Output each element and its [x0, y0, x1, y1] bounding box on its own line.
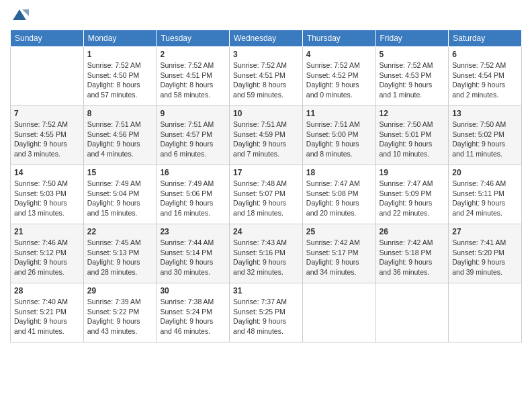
calendar-cell: 9Sunrise: 7:51 AMSunset: 4:57 PMDaylight… — [157, 106, 230, 165]
day-number: 25 — [306, 227, 372, 236]
day-info: Sunrise: 7:51 AMSunset: 5:00 PMDaylight:… — [306, 120, 372, 159]
weekday-header-monday: Monday — [83, 30, 157, 47]
day-number: 28 — [14, 286, 80, 295]
calendar-cell: 30Sunrise: 7:38 AMSunset: 5:24 PMDayligh… — [157, 283, 230, 342]
svg-marker-1 — [22, 9, 29, 16]
day-info: Sunrise: 7:44 AMSunset: 5:14 PMDaylight:… — [160, 238, 226, 277]
calendar-cell: 15Sunrise: 7:49 AMSunset: 5:04 PMDayligh… — [83, 165, 157, 224]
day-number: 29 — [87, 286, 153, 295]
calendar-cell: 11Sunrise: 7:51 AMSunset: 5:00 PMDayligh… — [302, 106, 375, 165]
calendar-cell: 5Sunrise: 7:52 AMSunset: 4:53 PMDaylight… — [375, 47, 449, 106]
calendar-cell: 24Sunrise: 7:43 AMSunset: 5:16 PMDayligh… — [230, 224, 303, 283]
day-info: Sunrise: 7:42 AMSunset: 5:18 PMDaylight:… — [380, 238, 445, 277]
calendar-cell: 1Sunrise: 7:52 AMSunset: 4:50 PMDaylight… — [83, 47, 157, 106]
day-number: 4 — [306, 50, 372, 59]
day-number: 6 — [452, 50, 518, 59]
calendar-cell: 31Sunrise: 7:37 AMSunset: 5:25 PMDayligh… — [230, 283, 303, 342]
day-info: Sunrise: 7:40 AMSunset: 5:21 PMDaylight:… — [14, 297, 80, 336]
calendar-cell — [11, 47, 84, 106]
day-info: Sunrise: 7:50 AMSunset: 5:03 PMDaylight:… — [14, 179, 80, 218]
day-info: Sunrise: 7:41 AMSunset: 5:20 PMDaylight:… — [452, 238, 518, 277]
calendar-cell: 2Sunrise: 7:52 AMSunset: 4:51 PMDaylight… — [157, 47, 230, 106]
page: SundayMondayTuesdayWednesdayThursdayFrid… — [0, 0, 532, 411]
day-info: Sunrise: 7:51 AMSunset: 4:59 PMDaylight:… — [233, 120, 299, 159]
calendar-cell: 18Sunrise: 7:47 AMSunset: 5:08 PMDayligh… — [302, 165, 375, 224]
day-info: Sunrise: 7:52 AMSunset: 4:50 PMDaylight:… — [87, 60, 153, 100]
day-info: Sunrise: 7:51 AMSunset: 4:57 PMDaylight:… — [160, 120, 226, 159]
calendar-table: SundayMondayTuesdayWednesdayThursdayFrid… — [10, 30, 522, 342]
day-number: 12 — [380, 109, 445, 118]
day-number: 13 — [452, 109, 518, 118]
weekday-header-saturday: Saturday — [449, 30, 522, 47]
day-number: 23 — [160, 227, 226, 236]
day-info: Sunrise: 7:50 AMSunset: 5:02 PMDaylight:… — [452, 120, 518, 159]
day-info: Sunrise: 7:52 AMSunset: 4:54 PMDaylight:… — [452, 60, 518, 100]
day-info: Sunrise: 7:42 AMSunset: 5:17 PMDaylight:… — [306, 238, 372, 277]
day-number: 27 — [452, 227, 518, 236]
calendar-week-row: 7Sunrise: 7:52 AMSunset: 4:55 PMDaylight… — [11, 106, 522, 165]
calendar-cell: 17Sunrise: 7:48 AMSunset: 5:07 PMDayligh… — [230, 165, 303, 224]
calendar-cell: 29Sunrise: 7:39 AMSunset: 5:22 PMDayligh… — [83, 283, 157, 342]
day-number: 16 — [160, 168, 226, 177]
calendar-week-row: 1Sunrise: 7:52 AMSunset: 4:50 PMDaylight… — [11, 47, 522, 106]
day-info: Sunrise: 7:49 AMSunset: 5:06 PMDaylight:… — [160, 179, 226, 218]
day-info: Sunrise: 7:38 AMSunset: 5:24 PMDaylight:… — [160, 297, 226, 336]
day-number: 5 — [380, 50, 445, 59]
day-info: Sunrise: 7:49 AMSunset: 5:04 PMDaylight:… — [87, 179, 153, 218]
calendar-week-row: 14Sunrise: 7:50 AMSunset: 5:03 PMDayligh… — [11, 165, 522, 224]
calendar-cell: 6Sunrise: 7:52 AMSunset: 4:54 PMDaylight… — [449, 47, 522, 106]
calendar-cell: 13Sunrise: 7:50 AMSunset: 5:02 PMDayligh… — [449, 106, 522, 165]
weekday-header-thursday: Thursday — [302, 30, 375, 47]
calendar-week-row: 21Sunrise: 7:46 AMSunset: 5:12 PMDayligh… — [11, 224, 522, 283]
day-info: Sunrise: 7:48 AMSunset: 5:07 PMDaylight:… — [233, 179, 299, 218]
calendar-cell: 27Sunrise: 7:41 AMSunset: 5:20 PMDayligh… — [449, 224, 522, 283]
day-number: 11 — [306, 109, 372, 118]
day-info: Sunrise: 7:39 AMSunset: 5:22 PMDaylight:… — [87, 297, 153, 336]
day-number: 10 — [233, 109, 299, 118]
calendar-cell: 10Sunrise: 7:51 AMSunset: 4:59 PMDayligh… — [230, 106, 303, 165]
day-info: Sunrise: 7:50 AMSunset: 5:01 PMDaylight:… — [380, 120, 445, 159]
day-info: Sunrise: 7:46 AMSunset: 5:12 PMDaylight:… — [14, 238, 80, 277]
calendar-cell: 7Sunrise: 7:52 AMSunset: 4:55 PMDaylight… — [11, 106, 84, 165]
calendar-week-row: 28Sunrise: 7:40 AMSunset: 5:21 PMDayligh… — [11, 283, 522, 342]
day-number: 26 — [380, 227, 445, 236]
day-info: Sunrise: 7:37 AMSunset: 5:25 PMDaylight:… — [233, 297, 299, 336]
calendar-cell — [375, 283, 449, 342]
day-number: 31 — [233, 286, 299, 295]
weekday-header-row: SundayMondayTuesdayWednesdayThursdayFrid… — [11, 30, 522, 47]
day-number: 19 — [380, 168, 445, 177]
day-number: 7 — [14, 109, 80, 118]
calendar-cell — [449, 283, 522, 342]
day-number: 8 — [87, 109, 153, 118]
calendar-cell: 23Sunrise: 7:44 AMSunset: 5:14 PMDayligh… — [157, 224, 230, 283]
day-info: Sunrise: 7:52 AMSunset: 4:55 PMDaylight:… — [14, 120, 80, 159]
calendar-cell: 25Sunrise: 7:42 AMSunset: 5:17 PMDayligh… — [302, 224, 375, 283]
calendar-cell: 8Sunrise: 7:51 AMSunset: 4:56 PMDaylight… — [83, 106, 157, 165]
day-number: 21 — [14, 227, 80, 236]
day-number: 14 — [14, 168, 80, 177]
logo-icon — [10, 7, 29, 26]
calendar-cell: 4Sunrise: 7:52 AMSunset: 4:52 PMDaylight… — [302, 47, 375, 106]
day-info: Sunrise: 7:52 AMSunset: 4:52 PMDaylight:… — [306, 60, 372, 100]
day-number: 17 — [233, 168, 299, 177]
calendar-cell: 14Sunrise: 7:50 AMSunset: 5:03 PMDayligh… — [11, 165, 84, 224]
calendar-cell: 3Sunrise: 7:52 AMSunset: 4:51 PMDaylight… — [230, 47, 303, 106]
day-number: 9 — [160, 109, 226, 118]
calendar-cell: 12Sunrise: 7:50 AMSunset: 5:01 PMDayligh… — [375, 106, 449, 165]
day-number: 3 — [233, 50, 299, 59]
day-info: Sunrise: 7:51 AMSunset: 4:56 PMDaylight:… — [87, 120, 153, 159]
weekday-header-tuesday: Tuesday — [157, 30, 230, 47]
logo — [10, 7, 32, 26]
day-number: 30 — [160, 286, 226, 295]
day-number: 15 — [87, 168, 153, 177]
day-info: Sunrise: 7:47 AMSunset: 5:09 PMDaylight:… — [380, 179, 445, 218]
day-number: 20 — [452, 168, 518, 177]
calendar-cell: 20Sunrise: 7:46 AMSunset: 5:11 PMDayligh… — [449, 165, 522, 224]
header — [10, 7, 522, 26]
day-info: Sunrise: 7:47 AMSunset: 5:08 PMDaylight:… — [306, 179, 372, 218]
day-info: Sunrise: 7:52 AMSunset: 4:51 PMDaylight:… — [160, 60, 226, 100]
weekday-header-sunday: Sunday — [11, 30, 84, 47]
day-info: Sunrise: 7:46 AMSunset: 5:11 PMDaylight:… — [452, 179, 518, 218]
weekday-header-friday: Friday — [375, 30, 449, 47]
calendar-cell: 16Sunrise: 7:49 AMSunset: 5:06 PMDayligh… — [157, 165, 230, 224]
